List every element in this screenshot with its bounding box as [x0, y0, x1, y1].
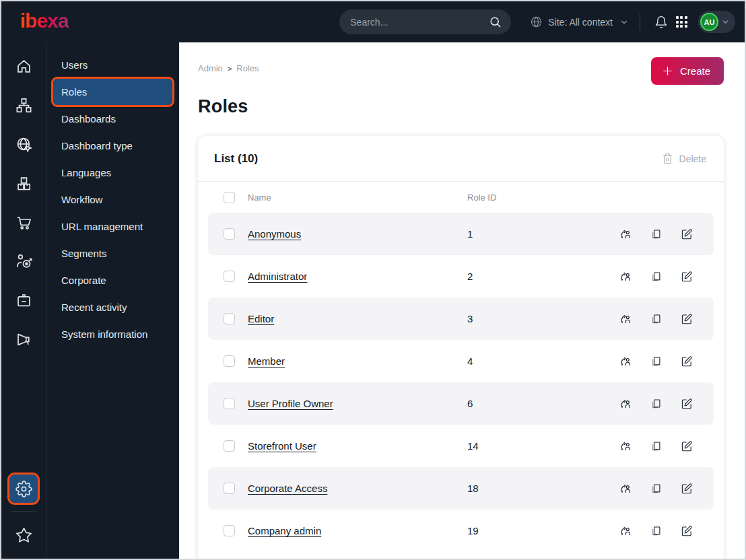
commerce-button[interactable]	[9, 208, 38, 236]
copy-role-button[interactable]	[650, 313, 663, 325]
content-structure-button[interactable]	[9, 91, 38, 119]
assign-users-icon	[619, 397, 632, 410]
copy-role-button[interactable]	[650, 483, 663, 495]
gear-icon	[15, 481, 32, 497]
role-id-value: 18	[467, 483, 479, 494]
role-name-link[interactable]: User Profile Owner	[248, 398, 333, 409]
sidebar-item-dashboards[interactable]: Dashboards	[53, 106, 172, 132]
sidebar-item-users[interactable]: Users	[53, 52, 172, 78]
assign-users-button[interactable]	[619, 270, 632, 283]
site-button[interactable]	[9, 130, 38, 158]
row-checkbox[interactable]	[224, 355, 235, 367]
user-menu[interactable]: AU	[698, 11, 735, 33]
table-row: User Profile Owner 6	[208, 382, 714, 425]
topbar-divider	[640, 14, 640, 30]
edit-icon	[681, 440, 693, 452]
copy-role-button[interactable]	[650, 525, 663, 537]
sidebar-item-dashboard-type[interactable]: Dashboard type	[53, 133, 172, 159]
personalization-button[interactable]	[9, 247, 38, 275]
table-row: Member 4	[208, 340, 714, 382]
edit-role-button[interactable]	[681, 313, 693, 325]
role-name-link[interactable]: Editor	[248, 313, 274, 324]
search-icon[interactable]	[489, 15, 502, 28]
content-structure-icon	[15, 96, 33, 114]
avatar[interactable]: AU	[700, 13, 718, 31]
row-checkbox[interactable]	[224, 271, 235, 282]
row-checkbox[interactable]	[224, 525, 235, 536]
row-checkbox[interactable]	[224, 398, 235, 409]
edit-role-button[interactable]	[681, 398, 693, 410]
product-catalog-button[interactable]	[9, 169, 38, 197]
assign-users-button[interactable]	[619, 355, 632, 368]
search-input[interactable]	[350, 17, 489, 28]
create-button[interactable]: Create	[651, 57, 724, 85]
row-checkbox[interactable]	[224, 313, 235, 324]
table-row: Company admin 19	[208, 510, 714, 552]
copy-icon	[650, 525, 663, 537]
role-id-value: 6	[467, 398, 473, 409]
sidebar-item-corporate[interactable]: Corporate	[53, 267, 172, 293]
copy-role-button[interactable]	[650, 440, 663, 452]
bookmarks-button[interactable]	[9, 521, 38, 549]
role-name-link[interactable]: Administrator	[248, 271, 307, 282]
assign-users-button[interactable]	[619, 228, 632, 240]
site-context-label: Site: All context	[548, 17, 613, 28]
table-row: Administrator 2	[208, 255, 714, 298]
sidebar-item-recent-activity[interactable]: Recent activity	[53, 294, 172, 320]
sidebar-item-system-information[interactable]: System information	[53, 321, 172, 347]
star-icon	[15, 526, 33, 545]
edit-icon	[681, 483, 693, 495]
row-checkbox[interactable]	[224, 228, 235, 240]
assign-users-button[interactable]	[619, 397, 632, 410]
assign-users-button[interactable]	[619, 440, 632, 452]
dashboard-home-button[interactable]	[9, 52, 38, 80]
role-name-link[interactable]: Anonymous	[248, 228, 301, 240]
copy-role-button[interactable]	[650, 355, 663, 368]
sidebar-item-languages[interactable]: Languages	[53, 160, 172, 186]
edit-icon	[681, 398, 693, 410]
ibexa-logo[interactable]: ibexa	[20, 11, 69, 34]
copy-role-button[interactable]	[650, 228, 663, 240]
role-name-link[interactable]: Storefront User	[248, 440, 316, 452]
apps-menu-button[interactable]	[671, 12, 691, 32]
copy-icon	[650, 313, 663, 325]
activity-button[interactable]	[9, 325, 38, 353]
edit-role-button[interactable]	[681, 525, 693, 537]
role-name-link[interactable]: Member	[248, 355, 285, 367]
bell-icon	[654, 15, 668, 29]
edit-role-button[interactable]	[681, 483, 693, 495]
breadcrumb-roles[interactable]: Roles	[236, 63, 259, 73]
row-checkbox[interactable]	[224, 440, 235, 452]
assign-users-button[interactable]	[619, 312, 632, 325]
notifications-button[interactable]	[651, 12, 671, 32]
role-name-link[interactable]: Corporate Access	[248, 483, 327, 494]
assign-users-icon	[619, 524, 632, 537]
edit-role-button[interactable]	[681, 440, 693, 452]
admin-button[interactable]	[9, 475, 38, 503]
role-id-value: 3	[467, 313, 473, 324]
copy-role-button[interactable]	[650, 398, 663, 410]
row-checkbox[interactable]	[224, 483, 235, 494]
copy-role-button[interactable]	[650, 271, 663, 283]
assign-users-button[interactable]	[619, 524, 632, 537]
megaphone-icon	[15, 330, 33, 349]
edit-icon	[681, 355, 693, 368]
sidebar-item-url-management[interactable]: URL management	[53, 213, 172, 240]
assign-users-icon	[619, 312, 632, 325]
table-row: Editor 3	[208, 298, 714, 340]
assign-users-button[interactable]	[619, 482, 632, 495]
role-name-link[interactable]: Company admin	[248, 525, 321, 536]
global-search[interactable]	[339, 9, 511, 34]
sidebar-item-segments[interactable]: Segments	[53, 240, 172, 267]
delete-button[interactable]: Delete	[662, 153, 706, 164]
select-all-checkbox[interactable]	[224, 192, 235, 203]
sidebar-item-workflow[interactable]: Workflow	[53, 186, 172, 213]
sidebar-item-roles[interactable]: Roles	[53, 79, 172, 105]
edit-role-button[interactable]	[681, 228, 693, 240]
edit-role-button[interactable]	[681, 355, 693, 368]
edit-role-button[interactable]	[681, 271, 693, 283]
assign-users-icon	[619, 270, 632, 283]
breadcrumb-admin[interactable]: Admin	[198, 63, 223, 73]
corporate-button[interactable]	[9, 286, 38, 314]
site-context-selector[interactable]: Site: All context	[530, 15, 629, 28]
